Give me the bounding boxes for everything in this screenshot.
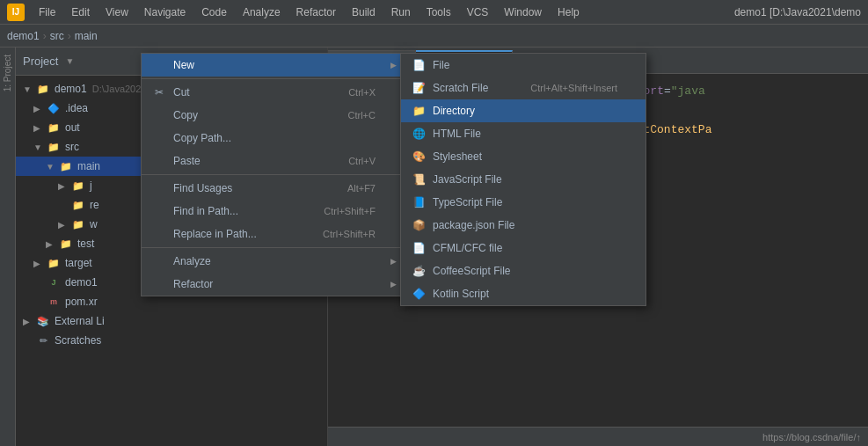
menu-window[interactable]: Window [497, 4, 549, 20]
tree-label: demo1 [55, 83, 87, 95]
tree-arrow: ▶ [46, 239, 58, 249]
tree-item-external[interactable]: ▶ 📚 External Li [16, 311, 327, 331]
folder-icon: 📁 [70, 217, 86, 231]
submenu-shortcut-scratch: Ctrl+Alt+Shift+Insert [530, 83, 635, 93]
folder-icon: 📁 [70, 179, 86, 193]
js-icon: 📜 [412, 173, 426, 186]
maven-icon: m [46, 295, 62, 309]
tree-arrow: ▶ [23, 317, 35, 326]
menu-analyze[interactable]: Analyze [236, 4, 288, 20]
menu-navigate[interactable]: Navigate [137, 4, 193, 20]
tree-arrow: ▼ [46, 162, 58, 172]
menu-refactor[interactable]: Refactor [289, 4, 343, 20]
ctx-item-find-usages[interactable]: Find Usages Alt+F7 [142, 177, 404, 200]
menu-edit[interactable]: Edit [64, 4, 97, 20]
ctx-shortcut-find-path: Ctrl+Shift+F [324, 206, 393, 216]
submenu-label-scratch: Scratch File [433, 82, 488, 94]
ctx-label-copy: Copy [173, 109, 198, 121]
sidebar-vertical-tab[interactable]: 1: Project [0, 48, 16, 446]
ctx-icon-cut: ✂ [152, 86, 166, 99]
external-icon: 📚 [35, 314, 51, 328]
ctx-item-paste[interactable]: Paste Ctrl+V [142, 150, 404, 172]
menu-code[interactable]: Code [194, 4, 234, 20]
tree-item-scratches[interactable]: ✏ Scratches [16, 331, 327, 350]
submenu-item-stylesheet[interactable]: 🎨 Stylesheet [401, 145, 646, 168]
scratch-icon: 📝 [412, 82, 426, 94]
directory-icon: 📁 [412, 105, 426, 117]
tree-label: target [65, 257, 92, 269]
ts-icon: 📘 [412, 196, 426, 208]
submenu-item-directory[interactable]: 📁 Directory [401, 99, 646, 122]
ctx-item-copy[interactable]: Copy Ctrl+C [142, 104, 404, 127]
tree-arrow: ▶ [58, 220, 70, 230]
submenu-label-directory: Directory [433, 105, 475, 117]
breadcrumb-main[interactable]: main [75, 30, 98, 42]
submenu-item-html[interactable]: 🌐 HTML File [401, 122, 646, 145]
submenu-item-javascript[interactable]: 📜 JavaScript File [401, 168, 646, 191]
ctx-item-find-path[interactable]: Find in Path... Ctrl+Shift+F [142, 200, 404, 223]
ctx-item-new[interactable]: New [142, 54, 404, 77]
tree-arrow: ▶ [58, 181, 70, 191]
submenu-label-javascript: JavaScript File [433, 173, 502, 186]
ctx-item-copy-path[interactable]: Copy Path... [142, 127, 404, 150]
tree-label: External Li [55, 315, 105, 327]
ctx-label-analyze: Analyze [173, 255, 211, 267]
tree-label: demo1 [65, 276, 98, 289]
submenu-item-package-json[interactable]: 📦 package.json File [401, 214, 646, 237]
context-menu: New ✂ Cut Ctrl+X Copy Ctrl+C Copy Path..… [141, 53, 405, 296]
css-icon: 🎨 [412, 150, 426, 163]
breadcrumb: demo1 › src › main [0, 25, 868, 48]
ctx-item-replace-path[interactable]: Replace in Path... Ctrl+Shift+R [142, 223, 404, 245]
ctx-label-find-path: Find in Path... [173, 205, 238, 217]
submenu-item-coffeescript[interactable]: ☕ CoffeeScript File [401, 260, 646, 282]
status-bar: https://blog.csdna/file/↑ [328, 427, 868, 446]
tree-arrow: ▶ [33, 104, 46, 113]
cfml-icon: 📄 [412, 242, 426, 254]
menu-help[interactable]: Help [551, 4, 587, 20]
breadcrumb-demo1[interactable]: demo1 [7, 30, 40, 42]
submenu-item-file[interactable]: 📄 File [401, 54, 646, 77]
breadcrumb-sep2: › [68, 30, 71, 42]
tree-label: w [90, 218, 98, 230]
submenu-label-typescript: TypeScript File [433, 196, 502, 208]
ctx-shortcut-cut: Ctrl+X [348, 87, 393, 98]
ctx-item-refactor[interactable]: Refactor [142, 273, 404, 296]
scratches-icon: ✏ [35, 333, 51, 347]
submenu-item-kotlin[interactable]: 🔷 Kotlin Script [401, 282, 646, 305]
app-logo: IJ [7, 4, 25, 21]
submenu-item-scratch[interactable]: 📝 Scratch File Ctrl+Alt+Shift+Insert [401, 77, 646, 99]
submenu-item-cfml[interactable]: 📄 CFML/CFC file [401, 237, 646, 260]
panel-dropdown-arrow[interactable]: ▼ [65, 56, 74, 66]
breadcrumb-src[interactable]: src [50, 30, 64, 42]
ctx-label-copy-path: Copy Path... [173, 132, 231, 144]
submenu-item-typescript[interactable]: 📘 TypeScript File [401, 191, 646, 214]
menu-vcs[interactable]: VCS [460, 4, 496, 20]
menu-view[interactable]: View [98, 4, 135, 20]
submenu-label-stylesheet: Stylesheet [433, 150, 482, 163]
folder-icon: 📁 [46, 121, 62, 135]
folder-icon: 📁 [46, 140, 62, 154]
folder-icon: 📁 [70, 198, 86, 212]
ctx-shortcut-replace: Ctrl+Shift+R [323, 229, 393, 239]
menu-run[interactable]: Run [384, 4, 418, 20]
menu-build[interactable]: Build [345, 4, 383, 20]
html-icon: 🌐 [412, 128, 426, 140]
kotlin-icon: 🔷 [412, 288, 426, 300]
submenu-label-kotlin: Kotlin Script [433, 288, 489, 300]
ctx-separator [142, 174, 404, 175]
submenu-label-package-json: package.json File [433, 219, 514, 231]
window-title: demo1 [D:\Java2021\demo [734, 6, 861, 18]
ctx-item-analyze[interactable]: Analyze [142, 250, 404, 273]
breadcrumb-sep1: › [43, 30, 47, 42]
ctx-label-refactor: Refactor [173, 278, 213, 290]
menu-file[interactable]: File [32, 4, 62, 20]
tree-arrow: ▼ [23, 84, 35, 94]
status-url: https://blog.csdna/file/↑ [762, 432, 861, 442]
tree-arrow: ▶ [33, 123, 46, 133]
ctx-label-replace-path: Replace in Path... [173, 228, 257, 240]
sidebar-label: 1: Project [1, 51, 14, 95]
ctx-item-cut[interactable]: ✂ Cut Ctrl+X [142, 81, 404, 104]
submenu-label-file: File [433, 59, 449, 71]
menu-tools[interactable]: Tools [419, 4, 458, 20]
ctx-label-find-usages: Find Usages [173, 182, 232, 194]
